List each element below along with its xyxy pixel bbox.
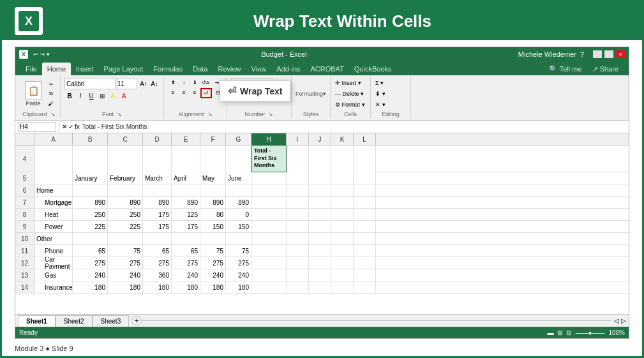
cell-L13[interactable]: [354, 269, 376, 281]
cell-C10[interactable]: [108, 233, 143, 244]
cell-J12[interactable]: [309, 257, 331, 269]
cell-H14[interactable]: [251, 281, 287, 293]
cell-E12[interactable]: 275: [172, 257, 200, 269]
cell-G14[interactable]: 180: [226, 281, 251, 293]
col-header-B[interactable]: B: [73, 133, 108, 145]
cell-H7[interactable]: [251, 197, 287, 208]
align-left-button[interactable]: ≡: [168, 88, 178, 97]
underline-button[interactable]: U: [86, 91, 96, 101]
cell-D14[interactable]: 180: [143, 281, 172, 293]
cell-C6[interactable]: [108, 184, 143, 196]
cell-H11[interactable]: [251, 245, 287, 257]
cell-D7[interactable]: 890: [143, 197, 172, 208]
cell-H4[interactable]: Total -First SixMonths: [251, 145, 287, 172]
cell-J7[interactable]: [309, 197, 331, 208]
cell-E14[interactable]: 180: [172, 281, 200, 293]
tell-me-button[interactable]: 🔍 Tell me: [544, 63, 587, 75]
col-header-K[interactable]: K: [331, 133, 354, 145]
cell-F11[interactable]: 75: [200, 245, 226, 257]
confirm-formula-icon[interactable]: ✓: [68, 123, 73, 130]
cell-I7[interactable]: [287, 197, 309, 208]
view-layout-icon[interactable]: ⊞: [557, 329, 562, 336]
paste-button[interactable]: 📋 Paste: [22, 80, 45, 108]
font-family-input[interactable]: [64, 78, 116, 89]
cell-E5[interactable]: April: [172, 172, 200, 184]
font-shrink-button[interactable]: A↓: [149, 78, 160, 89]
cell-A7[interactable]: Mortgage: [34, 197, 73, 208]
cell-K5[interactable]: [331, 172, 354, 184]
cell-B9[interactable]: 225: [73, 221, 108, 232]
tab-formulas[interactable]: Formulas: [148, 63, 188, 75]
name-box[interactable]: [18, 122, 56, 132]
cell-L4[interactable]: [354, 145, 376, 172]
cell-B5[interactable]: January: [73, 172, 108, 184]
sheet-tab-sheet2[interactable]: Sheet2: [56, 315, 93, 327]
tab-home[interactable]: Home: [42, 63, 71, 75]
cell-L10[interactable]: [354, 233, 376, 244]
clear-button[interactable]: ✕ ▾: [375, 100, 407, 110]
cell-J8[interactable]: [309, 209, 331, 220]
zoom-slider[interactable]: ——●——: [575, 329, 604, 336]
cell-K6[interactable]: [331, 184, 354, 196]
cell-I14[interactable]: [287, 281, 309, 293]
fill-button[interactable]: ⬇ ▾: [375, 89, 407, 99]
align-top-button[interactable]: ⬆: [168, 78, 178, 87]
cell-G13[interactable]: 240: [226, 269, 251, 281]
tab-quickbooks[interactable]: QuickBooks: [349, 63, 397, 75]
cell-L6[interactable]: [354, 184, 376, 196]
tab-acrobat[interactable]: ACROBAT: [306, 63, 349, 75]
cell-H9[interactable]: [251, 221, 287, 232]
cell-A4[interactable]: [34, 145, 73, 172]
cell-I8[interactable]: [287, 209, 309, 220]
align-middle-button[interactable]: ↕: [179, 78, 189, 87]
cell-L11[interactable]: [354, 245, 376, 257]
cell-C8[interactable]: 250: [108, 209, 143, 220]
cell-F5[interactable]: May: [200, 172, 226, 184]
autosum-button[interactable]: Σ ▾: [375, 78, 407, 88]
cell-K12[interactable]: [331, 257, 354, 269]
cell-I12[interactable]: [287, 257, 309, 269]
cell-C11[interactable]: 75: [108, 245, 143, 257]
align-right-button[interactable]: ≡: [190, 88, 200, 97]
cell-I9[interactable]: [287, 221, 309, 232]
col-header-A[interactable]: A: [34, 133, 73, 145]
cell-K11[interactable]: [331, 245, 354, 257]
tab-file[interactable]: File: [20, 63, 42, 75]
cell-A14[interactable]: Insurance: [34, 281, 73, 293]
fill-color-button[interactable]: A: [108, 91, 118, 101]
cut-button[interactable]: ✂: [46, 80, 56, 89]
cell-I13[interactable]: [287, 269, 309, 281]
cell-K7[interactable]: [331, 197, 354, 208]
cell-J13[interactable]: [309, 269, 331, 281]
cell-C9[interactable]: 225: [108, 221, 143, 232]
border-button[interactable]: ⊞: [97, 91, 107, 101]
cell-C7[interactable]: 890: [108, 197, 143, 208]
cell-K13[interactable]: [331, 269, 354, 281]
cell-I11[interactable]: [287, 245, 309, 257]
font-grow-button[interactable]: A↑: [139, 78, 149, 89]
font-color-button[interactable]: A: [119, 91, 129, 101]
cell-E11[interactable]: 65: [172, 245, 200, 257]
cell-L12[interactable]: [354, 257, 376, 269]
cell-B13[interactable]: 240: [73, 269, 108, 281]
cell-I6[interactable]: [287, 184, 309, 196]
cell-D12[interactable]: 275: [143, 257, 172, 269]
cell-B14[interactable]: 180: [73, 281, 108, 293]
cell-E10[interactable]: [172, 233, 200, 244]
col-header-E[interactable]: E: [172, 133, 200, 145]
cell-F7[interactable]: 890: [200, 197, 226, 208]
insert-function-icon[interactable]: fx: [75, 123, 80, 130]
col-header-I[interactable]: I: [287, 133, 309, 145]
cell-G7[interactable]: 890: [226, 197, 251, 208]
cell-B12[interactable]: 275: [73, 257, 108, 269]
bold-button[interactable]: B: [64, 91, 75, 101]
cancel-formula-icon[interactable]: ✕: [62, 123, 67, 130]
cell-I10[interactable]: [287, 233, 309, 244]
format-button[interactable]: ⚙ Format ▾: [334, 100, 366, 110]
cell-C4[interactable]: [108, 145, 143, 172]
cell-B10[interactable]: [73, 233, 108, 244]
cell-A12[interactable]: Car Payment: [34, 257, 73, 269]
cell-E13[interactable]: 240: [172, 269, 200, 281]
text-direction-button[interactable]: ↺A: [200, 78, 211, 87]
cell-D9[interactable]: 175: [143, 221, 172, 232]
